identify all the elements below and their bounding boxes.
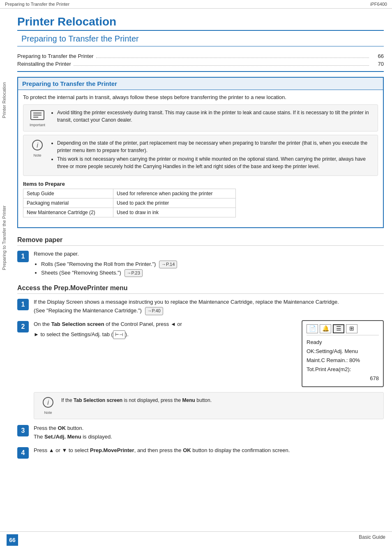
note-label: Note <box>33 153 41 157</box>
toc-label-1: Preparing to Transfer the Printer <box>17 53 94 59</box>
step-content-prep-1: If the Display Screen shows a message in… <box>34 298 384 315</box>
prep-move-note-content: If the Tab Selection screen is not displ… <box>61 397 378 404</box>
note-bullet-2: This work is not necessary when carrying… <box>57 155 373 170</box>
step-num-prep-1: 1 <box>17 299 29 310</box>
note-content: Depending on the state of the printer, p… <box>51 139 373 171</box>
step-prep-1: 1 If the Display Screen shows a message … <box>17 298 384 315</box>
footer-right: Basic Guide <box>359 534 385 547</box>
section-box-content: To protect the internal parts in transit… <box>18 90 383 227</box>
side-labels: Printer Relocation Preparing to Transfer… <box>0 0 9 554</box>
display-line-ready: Ready <box>307 338 379 347</box>
toc-label-2: Reinstalling the Printer <box>17 61 71 67</box>
toc-page-1: 66 <box>371 53 384 59</box>
display-icon-grid: ⊞ <box>346 324 357 333</box>
display-line-5: 678 <box>307 374 379 383</box>
items-heading: Items to Prepare <box>23 181 378 187</box>
step2-text-block: On the Tab Selection screen of the Contr… <box>34 320 285 339</box>
intro-text: To protect the internal parts in transit… <box>23 94 378 100</box>
prep-move-heading-suffix: menu <box>108 284 127 291</box>
step-content-prep-4: Press ▲ or ▼ to select Prep.MovePrinter,… <box>34 446 384 455</box>
display-line-4: Tot.Print Area(m2): <box>307 365 379 374</box>
important-notice: Important Avoid tilting the printer exce… <box>23 104 378 132</box>
item-use-1: Used for reference when packing the prin… <box>113 189 235 199</box>
breadcrumb-right: iPF6400 <box>370 2 387 7</box>
step-content-remove-1: Remove the paper. Rolls (See "Removing t… <box>34 250 384 277</box>
step-bullet-sheets: Sheets (See "Removing Sheets.") →P.23 <box>41 269 384 277</box>
page-number: 66 <box>7 534 18 546</box>
svg-text:i: i <box>47 399 49 406</box>
prep-move-note-icon: i Note <box>39 397 57 415</box>
table-row: New Maintenance Cartridge (2) Used to dr… <box>23 208 236 217</box>
step2-line2: ► to select the Settings/Adj. tab (⊢⊣). <box>34 330 285 339</box>
step-content-prep-2: On the Tab Selection screen of the Contr… <box>34 320 384 387</box>
item-name-2: Packaging material <box>23 199 113 208</box>
prep-move-heading-prefix: Access the <box>17 284 54 291</box>
section-box-header: Preparing to Transfer the Printer <box>18 78 383 90</box>
toc-item-1: Preparing to Transfer the Printer 66 <box>17 52 384 60</box>
display-screen: 📄 🔔 ☰ ⊞ Ready OK:Setting/Adj. Menu Maint… <box>293 320 384 387</box>
toc-dots-2 <box>74 60 369 66</box>
note-icon: i Note <box>28 139 46 157</box>
toc: Preparing to Transfer the Printer 66 Rei… <box>17 49 384 72</box>
remove-paper-heading: Remove paper <box>17 234 384 246</box>
note-notice: i Note Depending on the state of the pri… <box>23 135 378 176</box>
step3-line1: Press the OK button. <box>34 424 384 433</box>
important-bullet-1: Avoid tilting the printer excessively du… <box>57 109 373 124</box>
toc-page-2: 70 <box>371 61 384 67</box>
step-remove-1: 1 Remove the paper. Rolls (See "Removing… <box>17 250 384 277</box>
prep-move-note-label: Note <box>44 411 52 415</box>
item-name-3: New Maintenance Cartridge (2) <box>23 208 113 217</box>
display-icons-row: 📄 🔔 ☰ ⊞ <box>307 324 379 335</box>
section-box: Preparing to Transfer the Printer To pro… <box>17 77 384 228</box>
section-subtitle: Preparing to Transfer the Printer <box>17 31 384 46</box>
important-icon: Important <box>28 109 46 127</box>
page-link-p40[interactable]: →P.40 <box>145 307 163 315</box>
side-label-printer-relocation: Printer Relocation <box>2 82 7 118</box>
prep-move-note: i Note If the Tab Selection screen is no… <box>34 392 384 419</box>
breadcrumb-left: Preparing to Transfer the Printer <box>5 2 69 7</box>
prep-move-heading: Access the Prep.MovePrinter menu <box>17 282 384 294</box>
step-num-prep-4: 4 <box>17 447 29 459</box>
step3-line2: The Set./Adj. Menu is displayed. <box>34 433 384 441</box>
page-link-p14[interactable]: →P.14 <box>159 261 177 269</box>
step-num-prep-3: 3 <box>17 425 29 436</box>
step-prep-3: 3 Press the OK button. The Set./Adj. Men… <box>17 424 384 441</box>
step-content-prep-3: Press the OK button. The Set./Adj. Menu … <box>34 424 384 441</box>
step-bullet-rolls: Rolls (See "Removing the Roll from the P… <box>41 260 384 269</box>
step-num-remove-1: 1 <box>17 251 29 262</box>
items-table: Setup Guide Used for reference when pack… <box>23 189 236 217</box>
display-icon-bell: 🔔 <box>320 324 331 333</box>
item-use-3: Used to draw in ink <box>113 208 235 217</box>
table-row: Packaging material Used to pack the prin… <box>23 199 236 208</box>
top-bar: Preparing to Transfer the Printer iPF640… <box>0 0 392 9</box>
table-row: Setup Guide Used for reference when pack… <box>23 189 236 199</box>
step-prep-2: 2 On the Tab Selection screen of the Con… <box>17 320 384 387</box>
step-text-prep-1: If the Display Screen shows a message in… <box>34 299 339 305</box>
toc-dots-1 <box>96 52 369 58</box>
page-link-p23[interactable]: →P.23 <box>125 269 143 277</box>
important-label: Important <box>30 123 45 127</box>
prep-move-heading-bold: Prep.MovePrinter <box>54 284 108 291</box>
page-number-bar: 66 Basic Guide <box>0 531 392 547</box>
toc-item-2: Reinstalling the Printer 70 <box>17 60 384 68</box>
svg-text:i: i <box>37 142 38 149</box>
main-content: Printer Relocation Preparing to Transfer… <box>9 9 392 480</box>
side-label-preparing: Preparing to Transfer the Printer <box>2 205 7 270</box>
display-icon-menu: ☰ <box>333 324 344 333</box>
display-icon-doc: 📄 <box>307 324 318 333</box>
step-prep-4: 4 Press ▲ or ▼ to select Prep.MovePrinte… <box>17 446 384 459</box>
step-text-remove-1: Remove the paper. <box>34 251 79 257</box>
note-bullet-1: Depending on the state of the printer, p… <box>57 139 373 154</box>
display-line-2: OK:Setting/Adj. Menu <box>307 347 379 356</box>
step2-line1: On the Tab Selection screen of the Contr… <box>34 320 285 329</box>
item-name-1: Setup Guide <box>23 189 113 199</box>
item-use-2: Used to pack the printer <box>113 199 235 208</box>
step-sub-prep-1: (See "Replacing the Maintenance Cartridg… <box>34 307 142 314</box>
book-title: Printer Relocation <box>17 9 384 31</box>
important-content: Avoid tilting the printer excessively du… <box>51 109 373 125</box>
display-line-3: Maint.C Remain.: 80% <box>307 356 379 365</box>
step-num-prep-2: 2 <box>17 321 29 332</box>
tab-icon: ⊢⊣ <box>113 330 125 339</box>
